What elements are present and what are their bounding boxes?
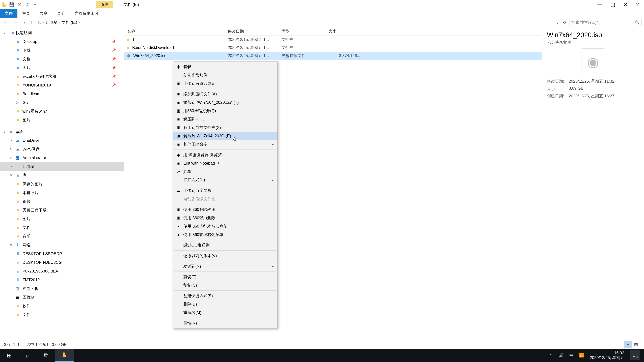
search-box[interactable]: 搜索"文档 (E:)" 🔍 [570,19,642,26]
taskbar-explorer-button[interactable]: ▙ [55,349,74,362]
ribbon-tab-share[interactable]: 共享 [35,9,52,17]
nav-item[interactable]: ■本机照片 [0,188,124,197]
refresh-button[interactable]: ⟳ [563,20,566,25]
view-details-button[interactable]: ≡ [624,341,632,348]
chevron-icon[interactable]: › [43,20,44,25]
minimize-button[interactable]: — [597,1,602,7]
nav-item[interactable]: ■下载📌 [0,46,124,55]
nav-item[interactable]: ▥控制面板 [0,284,124,293]
context-menu-item[interactable]: 重命名(M) [173,308,277,317]
chevron-icon[interactable]: › [78,20,80,25]
navigation-pane[interactable]: ∨star快速访问■Desktop📌■下载📌■文档📌■图片📌■excel表格制作… [0,27,124,340]
tray-ime-icon[interactable]: 中 [569,353,574,358]
nav-item[interactable]: ∨■桌面 [0,127,124,136]
nav-item[interactable]: ■文档 [0,223,124,232]
nav-item[interactable]: ■YUNQISHI2019📌 [0,81,124,89]
context-menu-item[interactable]: 创建快捷方式(S) [173,292,277,300]
nav-item[interactable]: 🖥DESKTOP-LSSOEDP [0,249,124,258]
nav-item[interactable]: 🖥PC-20190530OBLA [0,267,124,276]
context-menu-item[interactable]: ▣用360压缩打开(Q) [173,107,277,115]
tray-volume-icon[interactable]: 🔊 [559,353,564,358]
qat-save-icon[interactable]: 💾 [10,2,14,7]
col-name[interactable]: 名称 [127,29,228,34]
context-menu-item[interactable]: 复制(C) [173,281,277,290]
maximize-button[interactable]: ▢ [610,1,615,7]
close-button[interactable]: ✕ [624,1,628,7]
nav-item[interactable]: ⛁G:\ [0,98,124,107]
tray-network-icon[interactable]: 📶 [579,353,584,358]
context-menu-item[interactable]: ↗共享 [173,167,277,176]
ribbon-tab-home[interactable]: 主页 [18,9,35,17]
address-dropdown-icon[interactable]: ⌄ [556,20,559,25]
col-type[interactable]: 类型 [282,29,328,34]
nav-item[interactable]: >☁OneDrive [0,136,124,145]
context-menu-item[interactable]: ▣使用 360强力删除 [173,214,277,222]
context-menu-item[interactable]: 属性(R) [173,319,277,327]
nav-item[interactable]: ∨▣库 [0,171,124,180]
nav-item[interactable]: >🖥此电脑 [0,162,124,171]
context-menu-item[interactable]: ▣使用 360解除占用 [173,205,277,214]
context-menu-item[interactable]: ▣解压到(F)... [173,115,277,123]
ribbon-tab-view[interactable]: 查看 [52,9,70,17]
expand-chevron-icon[interactable]: ∨ [3,31,6,35]
nav-item[interactable]: ■Bandicam [0,89,124,98]
view-thumbnails-button[interactable]: ▦ [632,341,640,348]
context-menu-item[interactable]: 打开方式(H)▸ [173,176,277,184]
context-menu-item[interactable]: 剪切(T) [173,273,277,281]
nav-forward-button[interactable]: → [12,19,20,25]
context-menu-item[interactable]: ◉装载 [173,62,277,71]
expand-chevron-icon[interactable]: > [10,138,12,143]
nav-item[interactable]: ■天翼云盘下载 [0,206,124,215]
task-view-button[interactable]: ⧉ [37,349,55,362]
nav-item[interactable]: ∨star快速访问 [0,28,124,37]
contextual-tab-label[interactable]: 管理 [96,1,113,8]
context-menu-item[interactable]: ▣添加到 "Win7x64_2020.zip" (T) [173,98,277,107]
action-center-button[interactable]: ▭3 [630,350,640,360]
context-menu-item[interactable]: ▣添加到压缩文件(A)... [173,90,277,98]
context-menu-item[interactable]: ◆用 蜂蜜浏览器 浏览(3) [173,151,277,159]
nav-item[interactable]: ■保存的图片 [0,180,124,188]
qat-folder-icon[interactable]: ▙ [2,2,6,7]
nav-item[interactable]: ∨🖧网络 [0,241,124,249]
context-menu-item[interactable]: 发送到(N)▸ [173,262,277,271]
qat-undo-icon[interactable]: ↺ [25,2,30,7]
qat-dropdown-icon[interactable]: ▾ [32,2,37,7]
expand-chevron-icon[interactable]: ∨ [10,173,12,177]
qat-delete-icon[interactable]: ✖ [17,2,22,7]
col-date[interactable]: 修改日期 [228,29,282,34]
expand-chevron-icon[interactable]: > [10,156,12,160]
nav-item[interactable]: ■视频 [0,197,124,206]
taskbar[interactable]: ⊞ ⌕ ⧉ ▙ ⌃ 🔊 中 📶 16:32 2020/12/25, 星期五 ▭3 [0,349,644,362]
nav-item[interactable]: ■图片📌 [0,63,124,72]
context-menu-item[interactable]: ▣上传到有道云笔记 [173,79,277,88]
column-headers[interactable]: 名称 修改日期 类型 大小 [124,27,542,35]
context-menu-item[interactable]: ☁上传到百度网盘 [173,186,277,195]
nav-item[interactable]: 🖥DESKTOP-NJEU3CG [0,258,124,267]
context-menu-item[interactable]: 刻录光盘映像 [173,71,277,79]
context-menu-item[interactable]: ▣解压到当前文件夹(X) [173,123,277,132]
context-menu[interactable]: ◉装载刻录光盘映像▣上传到有道云笔记▣添加到压缩文件(A)...▣添加到 "Wi… [173,61,278,329]
ribbon-tab-file[interactable]: 文件 [0,9,18,17]
nav-item[interactable]: 🗑回收站 [0,293,124,302]
start-button[interactable]: ⊞ [0,349,18,362]
nav-item[interactable]: ■Desktop📌 [0,37,124,46]
nav-up-button[interactable]: ↑ [29,19,34,25]
context-menu-item[interactable]: 还原以前的版本(V) [173,252,277,260]
ribbon-tab-disc-image-tools[interactable]: 光盘映像工具 [70,9,103,17]
context-menu-item[interactable]: ●使用 360进行木马云查杀 [173,222,277,230]
file-row[interactable]: ■12020/12/15, 星期二 1...文件夹 [124,35,542,43]
taskbar-search-button[interactable]: ⌕ [18,349,37,362]
breadcrumb-item[interactable]: 文档 (E:) [62,20,77,25]
taskbar-clock[interactable]: 16:32 2020/12/25, 星期五 [590,351,624,360]
nav-item[interactable]: 🖥ZMT2019 [0,276,124,284]
expand-chevron-icon[interactable]: ∨ [10,243,12,247]
context-menu-item[interactable]: ▣其他压缩命令▸ [173,140,277,148]
expand-chevron-icon[interactable]: ∨ [3,130,6,134]
nav-item[interactable]: >☁WPS网盘 [0,145,124,153]
breadcrumb-bar[interactable]: ⛁ › 此电脑 › 文档 (E:) › ⌄ [37,19,560,26]
nav-item[interactable]: ■文档📌 [0,55,124,63]
tray-overflow-icon[interactable]: ⌃ [550,353,553,358]
nav-back-button[interactable]: ← [2,19,10,25]
context-menu-item[interactable]: ▣Edit with Notepad++ [173,159,277,167]
chevron-icon[interactable]: › [59,20,60,25]
